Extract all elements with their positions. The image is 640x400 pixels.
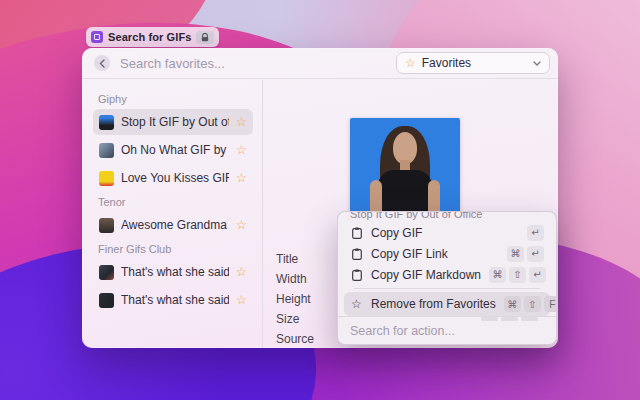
- keycap-shift: ⇧: [524, 296, 541, 312]
- favorites-dropdown-label: Favorites: [422, 56, 527, 70]
- keycap-return: ↵: [527, 225, 544, 241]
- list-item-love-you-kisses[interactable]: Love You Kisses GIF by Ted... ☆: [93, 165, 253, 191]
- list-item-oh-no-what[interactable]: Oh No What GIF by Major Le... ☆: [93, 137, 253, 163]
- metadata-list: Title Width Height Size Source: [276, 252, 314, 346]
- favorites-dropdown[interactable]: ☆ Favorites: [396, 52, 550, 74]
- keycap-command: ⌘: [489, 267, 506, 283]
- gif-thumbnail: [99, 143, 114, 158]
- action-remove-from-favorites[interactable]: ☆ Remove from Favorites ⌘ ⇧ F: [344, 292, 550, 316]
- command-chip[interactable]: Search for GIFs: [86, 27, 219, 47]
- results-sidebar: Giphy Stop It GIF by Out of Office ☆ Oh …: [82, 80, 262, 348]
- section-title-finer-gifs-club: Finer Gifs Club: [98, 243, 253, 255]
- metadata-label-source: Source: [276, 332, 314, 346]
- action-panel: Stop It GIF by Out of Office Copy GIF ↵ …: [337, 211, 557, 345]
- desktop: Search for GIFs ☆ Favorites Giphy: [0, 0, 640, 400]
- star-slash-icon: ☆: [350, 297, 363, 311]
- gif-thumbnail: [99, 115, 114, 130]
- metadata-label-title: Title: [276, 252, 314, 266]
- action-copy-gif-markdown[interactable]: Copy GIF Markdown ⌘ ⇧ ↵: [344, 264, 550, 285]
- gif-thumbnail: [99, 293, 114, 308]
- metadata-label-height: Height: [276, 292, 314, 306]
- lock-icon[interactable]: [196, 31, 214, 44]
- keycap-return: ↵: [529, 267, 546, 283]
- action-search-input[interactable]: [350, 324, 544, 338]
- gif-thumbnail: [99, 218, 114, 233]
- favorite-star-icon: ☆: [236, 294, 247, 307]
- list-item-thats-what-she-said-q[interactable]: That's what she said? ☆: [93, 287, 253, 313]
- star-icon: ☆: [405, 57, 416, 69]
- action-list-divider: [354, 288, 540, 289]
- keycap-command: ⌘: [507, 246, 524, 262]
- action-search-bar: [338, 316, 556, 344]
- section-title-tenor: Tenor: [98, 196, 253, 208]
- gif-app-icon: [91, 31, 103, 43]
- list-item-awesome-grandma[interactable]: Awesome Grandma GIF ☆: [93, 212, 253, 238]
- favorite-star-icon: ☆: [236, 266, 247, 279]
- search-input[interactable]: [120, 56, 396, 71]
- action-panel-header: Stop It GIF by Out of Office: [350, 212, 544, 221]
- clipboard-icon: [350, 248, 363, 260]
- favorite-star-icon: ☆: [236, 172, 247, 185]
- action-list: Copy GIF ↵ Copy GIF Link ⌘ ↵ C: [338, 221, 556, 321]
- window-header: ☆ Favorites: [82, 48, 558, 79]
- back-button[interactable]: [94, 55, 110, 71]
- keycap-f: F: [544, 296, 557, 312]
- metadata-label-width: Width: [276, 272, 314, 286]
- command-chip-title: Search for GIFs: [108, 31, 191, 43]
- list-item-thats-what-she-said[interactable]: That's what she said. ☆: [93, 259, 253, 285]
- section-title-giphy: Giphy: [98, 93, 253, 105]
- gif-thumbnail: [99, 265, 114, 280]
- action-copy-gif[interactable]: Copy GIF ↵: [344, 222, 550, 243]
- chevron-down-icon: [533, 61, 541, 66]
- favorite-star-icon: ☆: [236, 116, 247, 129]
- clipboard-icon: [350, 227, 363, 239]
- action-copy-gif-link[interactable]: Copy GIF Link ⌘ ↵: [344, 243, 550, 264]
- favorite-star-icon: ☆: [236, 144, 247, 157]
- keycap-shift: ⇧: [509, 267, 526, 283]
- keycap-command: ⌘: [504, 296, 521, 312]
- keycap-return: ↵: [527, 246, 544, 262]
- list-item-stop-it[interactable]: Stop It GIF by Out of Office ☆: [93, 109, 253, 135]
- gif-thumbnail: [99, 171, 114, 186]
- metadata-label-size: Size: [276, 312, 314, 326]
- clipboard-icon: [350, 269, 363, 281]
- favorite-star-icon: ☆: [236, 219, 247, 232]
